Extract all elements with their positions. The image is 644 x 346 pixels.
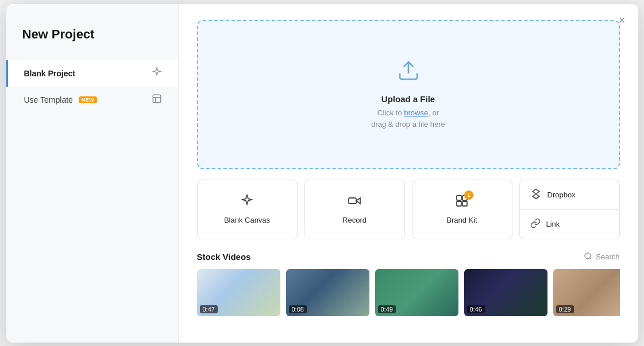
- upload-icon: [397, 59, 420, 87]
- dropbox-button[interactable]: Dropbox: [519, 180, 620, 209]
- brand-kit-button[interactable]: 1 Brand Kit: [412, 180, 512, 239]
- action-row: Blank Canvas Record: [197, 180, 620, 239]
- brand-kit-icon: 1: [455, 194, 469, 211]
- stock-video-thumb-2[interactable]: 0:49: [375, 269, 458, 316]
- sidebar-item-blank-project-label: Blank Project: [24, 69, 75, 78]
- dropbox-link-group: Dropbox Link: [519, 180, 620, 239]
- template-icon: [152, 94, 162, 106]
- dropbox-icon: [530, 188, 542, 201]
- stock-videos-header: Stock Videos Search: [197, 252, 620, 262]
- upload-desc-suffix: , or: [428, 108, 439, 117]
- brand-kit-label: Brand Kit: [446, 216, 477, 224]
- search-icon: [584, 252, 592, 262]
- sidebar: New Project Blank Project Use Template N…: [6, 4, 179, 343]
- blank-canvas-label: Blank Canvas: [224, 216, 270, 224]
- record-label: Record: [342, 216, 367, 224]
- browse-link[interactable]: browse: [404, 108, 428, 117]
- dropbox-label: Dropbox: [547, 191, 576, 199]
- thumb-duration-4: 0:29: [556, 305, 574, 313]
- svg-rect-3: [457, 196, 461, 200]
- new-project-modal: New Project Blank Project Use Template N…: [6, 4, 638, 343]
- blank-canvas-icon: [240, 194, 254, 211]
- thumb-duration-0: 0:47: [200, 305, 218, 313]
- stock-search-button[interactable]: Search: [584, 252, 619, 262]
- stock-video-thumb-3[interactable]: 0:46: [464, 269, 547, 316]
- close-button[interactable]: ×: [619, 14, 626, 26]
- stock-videos-title: Stock Videos: [197, 252, 251, 262]
- sparkle-icon: [152, 67, 162, 80]
- new-badge: NEW: [79, 96, 98, 103]
- upload-desc-prefix: Click to: [377, 108, 404, 117]
- stock-thumbnails-row: 0:47 0:08 0:49 0:46 0:29: [197, 269, 620, 316]
- svg-rect-2: [349, 198, 356, 204]
- svg-point-7: [585, 252, 591, 258]
- link-icon: [530, 218, 541, 230]
- thumb-duration-1: 0:08: [289, 305, 307, 313]
- stock-video-thumb-1[interactable]: 0:08: [286, 269, 369, 316]
- svg-rect-0: [153, 95, 161, 103]
- link-button[interactable]: Link: [519, 209, 620, 239]
- thumb-duration-3: 0:46: [467, 305, 485, 313]
- record-icon: [348, 194, 361, 211]
- main-content: × Upload a File Click to browse, or drag…: [179, 4, 638, 343]
- upload-desc-line2: drag & drop a file here: [371, 120, 445, 129]
- upload-area[interactable]: Upload a File Click to browse, or drag &…: [197, 20, 620, 169]
- brand-kit-badge: 1: [464, 191, 473, 200]
- svg-rect-6: [462, 201, 467, 206]
- svg-rect-5: [457, 201, 461, 206]
- sidebar-item-use-template[interactable]: Use Template NEW: [6, 87, 178, 113]
- sidebar-item-use-template-label: Use Template: [24, 95, 73, 104]
- sidebar-item-blank-project[interactable]: Blank Project: [6, 60, 178, 87]
- upload-desc: Click to browse, or drag & drop a file h…: [371, 107, 445, 130]
- stock-video-thumb-0[interactable]: 0:47: [197, 269, 280, 316]
- link-label: Link: [546, 220, 560, 228]
- upload-title: Upload a File: [381, 94, 435, 104]
- stock-video-thumb-4[interactable]: 0:29: [553, 269, 620, 316]
- blank-canvas-button[interactable]: Blank Canvas: [197, 180, 298, 239]
- thumb-duration-2: 0:49: [378, 305, 396, 313]
- record-button[interactable]: Record: [304, 180, 405, 239]
- stock-search-label: Search: [596, 252, 619, 261]
- modal-title: New Project: [6, 27, 178, 60]
